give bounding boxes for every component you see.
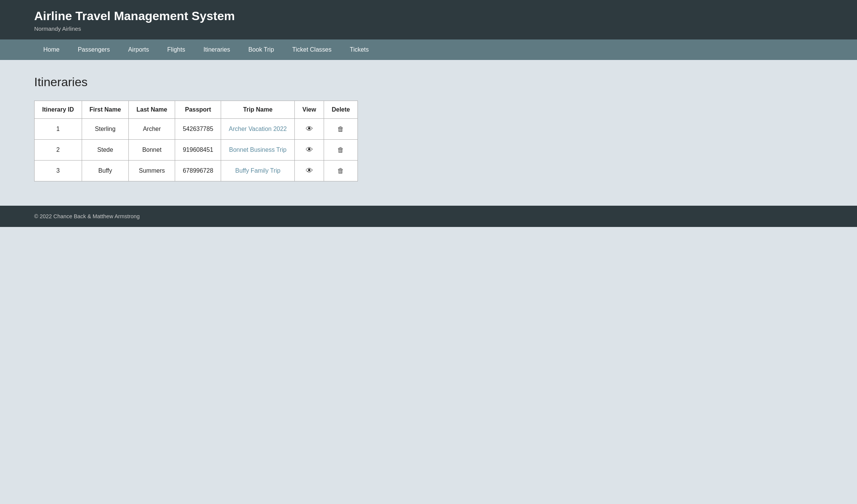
nav-item-itineraries[interactable]: Itineraries [194,39,239,60]
table-row: 2StedeBonnet919608451Bonnet Business Tri… [35,140,358,161]
table-header-row: Itinerary ID First Name Last Name Passpo… [35,101,358,119]
eye-icon: 👁 [306,125,313,133]
nav-item-tickets[interactable]: Tickets [341,39,378,60]
col-header-delete: Delete [324,101,358,119]
nav-item-passengers[interactable]: Passengers [69,39,119,60]
eye-icon: 👁 [306,167,313,175]
cell-delete: 🗑 [324,161,358,181]
view-button[interactable]: 👁 [304,166,315,176]
trash-icon: 🗑 [337,167,344,175]
col-header-passport: Passport [175,101,221,119]
cell-id: 1 [35,119,82,140]
cell-view: 👁 [295,119,324,140]
cell-id: 2 [35,140,82,161]
delete-button[interactable]: 🗑 [335,124,346,134]
cell-view: 👁 [295,140,324,161]
view-button[interactable]: 👁 [304,124,315,134]
cell-passport: 678996728 [175,161,221,181]
delete-button[interactable]: 🗑 [335,145,346,155]
cell-delete: 🗑 [324,119,358,140]
cell-trip-name: Bonnet Business Trip [221,140,295,161]
cell-trip-name: Archer Vacation 2022 [221,119,295,140]
cell-last-name: Bonnet [129,140,175,161]
col-header-trip-name: Trip Name [221,101,295,119]
col-header-last-name: Last Name [129,101,175,119]
delete-button[interactable]: 🗑 [335,166,346,176]
main-content: Itineraries Itinerary ID First Name Last… [0,60,857,206]
cell-trip-name: Buffy Family Trip [221,161,295,181]
table-row: 3BuffySummers678996728Buffy Family Trip👁… [35,161,358,181]
cell-passport: 542637785 [175,119,221,140]
cell-delete: 🗑 [324,140,358,161]
nav-item-ticket-classes[interactable]: Ticket Classes [283,39,340,60]
table-row: 1SterlingArcher542637785Archer Vacation … [35,119,358,140]
cell-first-name: Stede [82,140,129,161]
itineraries-table-wrapper: Itinerary ID First Name Last Name Passpo… [34,101,358,181]
nav-item-flights[interactable]: Flights [158,39,194,60]
col-header-view: View [295,101,324,119]
nav-item-home[interactable]: Home [34,39,69,60]
cell-last-name: Summers [129,161,175,181]
cell-passport: 919608451 [175,140,221,161]
header: Airline Travel Management System Normand… [0,0,857,39]
app-title: Airline Travel Management System [34,9,823,23]
app-subtitle: Normandy Airlines [34,25,823,32]
footer: © 2022 Chance Back & Matthew Armstrong [0,206,857,227]
itineraries-table: Itinerary ID First Name Last Name Passpo… [34,101,358,181]
cell-first-name: Sterling [82,119,129,140]
nav-item-book-trip[interactable]: Book Trip [239,39,283,60]
view-button[interactable]: 👁 [304,145,315,155]
nav-item-airports[interactable]: Airports [119,39,158,60]
cell-first-name: Buffy [82,161,129,181]
navbar: Home Passengers Airports Flights Itinera… [0,39,857,60]
col-header-first-name: First Name [82,101,129,119]
eye-icon: 👁 [306,146,313,154]
footer-text: © 2022 Chance Back & Matthew Armstrong [34,213,140,219]
col-header-id: Itinerary ID [35,101,82,119]
trash-icon: 🗑 [337,146,344,154]
cell-last-name: Archer [129,119,175,140]
cell-view: 👁 [295,161,324,181]
trash-icon: 🗑 [337,125,344,133]
cell-id: 3 [35,161,82,181]
page-title: Itineraries [34,75,823,89]
